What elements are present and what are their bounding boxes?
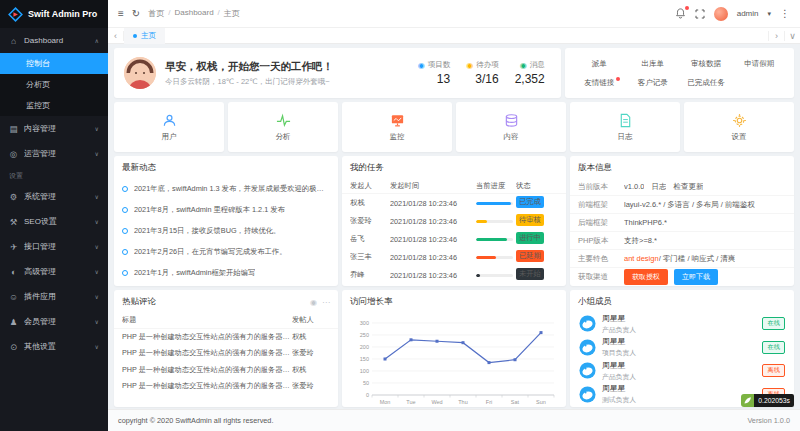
timeline-dot-icon [122,249,128,255]
table-row[interactable]: 岳飞 2021/01/28 10:23:46 进行中 [342,230,566,248]
member-avatar [579,362,596,379]
tab-scroll-left-icon[interactable]: ‹ [108,31,124,41]
news-text: 2021年8月，swiftAdmin 里程碑版本 1.2.1 发布 [134,205,285,215]
list-item[interactable]: 2021年3月15日，接收反馈BUG，持续优化。 [114,220,338,241]
row-greeting: 早安，权栈，开始您一天的工作吧！ 今日多云转阴，18℃ - 22℃，出门记得穿外… [114,48,794,98]
sidebar-item-api-mgmt[interactable]: ✈ 接口管理 ∨ [0,234,108,259]
app-window: Swift Admin Pro ⌂ Dashboard ∧ 控制台 分析页 监控… [0,0,800,431]
chevron-down-icon: ∨ [95,318,99,325]
quick-link-completed-tasks[interactable]: 已完成任务 [679,78,732,88]
table-row[interactable]: PHP 是一种创建动态交互性站点的强有力的服务器端脚本语言 张爱玲 [114,378,338,395]
panel-title: 我的任务 [342,156,566,178]
sidebar-subitem-console[interactable]: 控制台 [0,53,108,74]
tab-home[interactable]: 主页 [124,28,165,44]
list-item[interactable]: 周星星 产品负责人 在线 [570,312,794,336]
member-info: 周星星 项目负责人 [602,336,636,358]
shortcut-settings[interactable]: 设置 [684,102,794,152]
quick-link-label: 友情链接 [584,78,614,87]
chevron-down-icon: ∨ [95,193,99,200]
sidebar-item-plugin-apps[interactable]: ☺ 插件应用 ∨ [0,284,108,309]
sidebar-item-other-settings[interactable]: ⊙ 其他设置 ∨ [0,334,108,359]
svg-text:Mon: Mon [380,399,391,405]
fullscreen-icon[interactable] [695,9,705,19]
shortcut-monitor[interactable]: 监控 [342,102,452,152]
greeting-card: 早安，权栈，开始您一天的工作吧！ 今日多云转阴，18℃ - 22℃，出门记得穿外… [114,48,561,98]
tab-label: 主页 [141,31,156,41]
stat-projects: ◉项目数 13 [418,60,450,86]
sidebar-item-advanced-mgmt[interactable]: ◐ 高级管理 ∨ [0,259,108,284]
panel-dot-icon[interactable]: ◉ [310,298,317,307]
sidebar-item-system-mgmt[interactable]: ⚙ 系统管理 ∨ [0,184,108,209]
table-row[interactable]: 张三丰 2021/01/28 10:23:46 已延期 [342,248,566,266]
dashboard-submenu: 控制台 分析页 监控页 [0,53,108,116]
version-row-php: PHP版本 支持>=8.* [570,232,794,250]
caret-down-icon[interactable]: ▾ [767,10,771,17]
quick-link-customer-records[interactable]: 客户记录 [626,78,679,88]
quick-link-leave-request[interactable]: 申请假期 [733,59,786,69]
table-row[interactable]: PHP 是一种创建动态交互性站点的强有力的服务器端脚本语言 权栈 [114,362,338,379]
list-item[interactable]: 周星星 项目负责人 在线 [570,336,794,360]
list-item[interactable]: 2021年1月，swiftAdmin框架开始编写 [114,262,338,283]
quick-link-friend-links[interactable]: 友情链接 [573,78,626,88]
task-time: 2021/01/28 10:23:46 [390,271,476,280]
tab-scroll-right-icon[interactable]: › [768,31,784,41]
panel-more-icon[interactable]: ⋯ [322,298,330,307]
sidebar-item-operation-mgmt[interactable]: ◎ 运营管理 ∨ [0,141,108,166]
sidebar-subitem-monitor[interactable]: 监控页 [0,95,108,116]
table-row[interactable]: PHP 是一种创建动态交互性站点的强有力的服务器端脚本语言 权栈 [114,329,338,346]
download-button[interactable]: 立即下载 [674,269,718,285]
topbar-actions: admin ▾ ⋮ [675,7,790,21]
breadcrumb-dashboard[interactable]: Dashboard [174,8,213,19]
menu-glyph-icon: ◎ [9,149,18,159]
sidebar-item-member-mgmt[interactable]: ♟ 会员管理 ∨ [0,309,108,334]
task-progress-track [476,202,513,205]
quick-link-dispatch[interactable]: 派单 [573,59,626,69]
table-row[interactable]: 乔峰 2021/01/28 10:23:46 未开始 [342,266,566,284]
sidebar-subitem-analysis[interactable]: 分析页 [0,74,108,95]
svg-text:100: 100 [360,368,369,374]
collapse-sidebar-icon[interactable]: ≡ [118,9,124,19]
breadcrumb-home[interactable]: 首页 [148,8,164,19]
topbar: ≡ ↻ 首页 / Dashboard / 主页 [108,0,800,28]
messages-stat-icon: ◉ [520,61,527,70]
shortcut-users[interactable]: 用户 [114,102,224,152]
list-item[interactable]: 2021年2月26日，在元宵节编写完成发布工作。 [114,241,338,262]
app-logo[interactable]: Swift Admin Pro [0,0,108,28]
sidebar-item-content-mgmt[interactable]: ▤ 内容管理 ∨ [0,116,108,141]
sidebar: Swift Admin Pro ⌂ Dashboard ∧ 控制台 分析页 监控… [0,0,108,431]
table-row[interactable]: 权栈 2021/01/28 10:23:46 已完成 [342,194,566,212]
debug-time-badge[interactable]: 0.202053s [741,394,794,407]
changelog-link[interactable]: 日志 [651,182,666,192]
more-options-icon[interactable]: ⋮ [780,9,790,19]
member-info: 周星星 产品负责人 [602,313,636,335]
get-license-button[interactable]: 获取授权 [624,269,668,285]
list-item[interactable]: 2021年底，swiftAdmin 1.3 发布，并发展成最受欢迎的极速开发框架… [114,178,338,199]
task-initiator: 张三丰 [350,252,390,262]
shortcut-logs[interactable]: 日志 [570,102,680,152]
list-item[interactable]: 2021年8月，swiftAdmin 里程碑版本 1.2.1 发布 [114,199,338,220]
task-initiator: 乔峰 [350,270,390,280]
list-item[interactable]: 周星星 产品负责人 离线 [570,359,794,383]
shortcut-analysis[interactable]: 分析 [228,102,338,152]
chevron-up-icon: ∧ [95,37,99,44]
notifications-button[interactable] [675,8,686,19]
table-row[interactable]: PHP 是一种创建动态交互性站点的强有力的服务器端脚本语言 张爱玲 [114,345,338,362]
refresh-icon[interactable]: ↻ [132,9,140,19]
debug-time-value: 0.202053s [754,394,794,407]
sidebar-item-seo-settings[interactable]: ⚒ SEO设置 ∨ [0,209,108,234]
tab-menu-icon[interactable]: ∨ [784,31,800,41]
username[interactable]: admin [737,9,759,18]
tasks-panel: 我的任务 发起人 发起时间 当前进度 状态 权栈 2021/01/28 10:2… [342,156,566,286]
shortcut-content[interactable]: 内容 [456,102,566,152]
quick-link-outbound[interactable]: 出库单 [626,59,679,69]
sidebar-item-label: Dashboard [24,36,89,45]
avatar[interactable] [714,7,728,21]
shortcut-label: 日志 [618,132,633,142]
sidebar-item-dashboard[interactable]: ⌂ Dashboard ∧ [0,28,108,53]
quick-link-review-data[interactable]: 审核数据 [679,59,732,69]
check-update-link[interactable]: 检查更新 [673,182,703,192]
stat-value: 13 [437,72,450,86]
chevron-down-icon: ∨ [95,343,99,350]
page-content: 早安，权栈，开始您一天的工作吧！ 今日多云转阴，18℃ - 22℃，出门记得穿外… [108,44,800,409]
table-row[interactable]: 张爱玲 2021/01/28 10:23:46 待审核 [342,212,566,230]
